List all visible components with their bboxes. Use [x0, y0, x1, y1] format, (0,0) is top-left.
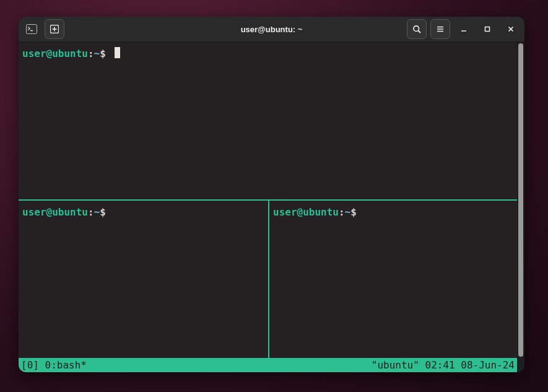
svg-rect-0 — [27, 25, 37, 34]
titlebar: user@ubuntu: ~ — [19, 17, 524, 42]
tmux-pane-top[interactable]: user@ubuntu:~$ — [19, 42, 517, 200]
prompt-colon: : — [88, 48, 94, 59]
new-tab-button[interactable] — [45, 19, 64, 39]
maximize-button[interactable] — [477, 20, 497, 38]
svg-point-5 — [413, 25, 419, 31]
search-button[interactable] — [407, 19, 427, 39]
prompt-dollar: $ — [350, 206, 357, 218]
prompt-path: ~ — [94, 48, 100, 59]
prompt-dollar: $ — [100, 206, 106, 218]
prompt-colon: : — [339, 206, 345, 218]
prompt-colon: : — [88, 206, 94, 218]
tmux-status-bar: [0] 0:bash* "ubuntu" 02:41 08-Jun-24 — [19, 358, 517, 372]
terminal-body: user@ubuntu:~$ user@ubuntu:~$ user@ubunt… — [19, 42, 524, 372]
close-button[interactable] — [501, 20, 521, 38]
svg-rect-11 — [485, 27, 490, 32]
prompt-line: user@ubuntu:~$ — [21, 203, 266, 219]
svg-line-6 — [418, 30, 420, 33]
prompt-user: user@ubuntu — [22, 206, 88, 218]
minimize-button[interactable] — [454, 20, 474, 38]
scrollbar-thumb[interactable] — [518, 43, 523, 357]
tmux-pane-bottom-left[interactable]: user@ubuntu:~$ — [19, 200, 269, 358]
terminal-window: user@ubuntu: ~ — [19, 17, 524, 372]
tmux-pane-bottom-right[interactable]: user@ubuntu:~$ — [269, 200, 517, 358]
prompt-user: user@ubuntu — [273, 206, 339, 218]
prompt-path: ~ — [345, 206, 351, 218]
prompt-line: user@ubuntu:~$ — [272, 203, 515, 219]
tmux-status-right: "ubuntu" 02:41 08-Jun-24 — [372, 358, 515, 372]
prompt-line: user@ubuntu:~$ — [21, 45, 515, 61]
window-title: user@ubuntu: ~ — [241, 25, 303, 34]
cursor-icon — [115, 47, 120, 58]
menu-button[interactable] — [430, 19, 450, 39]
prompt-dollar: $ — [100, 48, 106, 59]
tmux-panes: user@ubuntu:~$ user@ubuntu:~$ user@ubunt… — [19, 42, 517, 358]
tmux-status-left: [0] 0:bash* — [21, 358, 87, 372]
pane-divider-vertical — [268, 201, 269, 358]
prompt-user: user@ubuntu — [22, 48, 88, 59]
prompt-path: ~ — [94, 206, 100, 218]
scrollbar[interactable] — [517, 42, 524, 372]
terminal-app-icon — [22, 20, 41, 38]
